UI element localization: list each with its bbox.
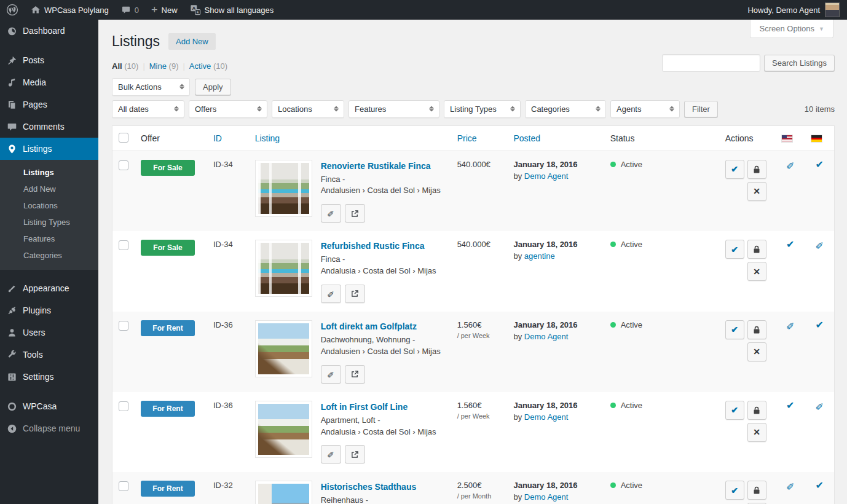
submenu-item-listings[interactable]: Listings bbox=[0, 164, 98, 181]
english-translation-icon[interactable]: ✎ bbox=[786, 160, 794, 170]
site-name-menu[interactable]: WPCasa Polylang bbox=[25, 0, 115, 20]
listing-title-link[interactable]: Loft direkt am Golfplatz bbox=[321, 321, 441, 331]
sidebar-item-listings[interactable]: Listings bbox=[0, 138, 98, 160]
row-checkbox[interactable] bbox=[119, 321, 128, 331]
view-listing-button[interactable] bbox=[345, 365, 365, 384]
listing-thumbnail[interactable] bbox=[255, 240, 312, 297]
sidebar-item-media[interactable]: Media bbox=[0, 71, 98, 93]
approve-action-button[interactable]: ✔ bbox=[725, 320, 744, 339]
approve-action-button[interactable]: ✔ bbox=[725, 160, 744, 179]
submenu-item-features[interactable]: Features bbox=[0, 230, 98, 247]
sidebar-item-posts[interactable]: Posts bbox=[0, 49, 98, 71]
comments-menu[interactable]: 0 bbox=[115, 0, 145, 20]
offer-badge[interactable]: For Rent bbox=[141, 481, 195, 497]
apply-button[interactable]: Apply bbox=[195, 79, 231, 95]
filter-agents-select[interactable]: Agents bbox=[610, 100, 680, 118]
search-input[interactable] bbox=[662, 54, 760, 72]
new-content-menu[interactable]: + New bbox=[145, 0, 184, 20]
lock-action-button[interactable] bbox=[747, 160, 766, 179]
submenu-item-locations[interactable]: Locations bbox=[0, 197, 98, 214]
listing-title-link[interactable]: Refurbished Rustic Finca bbox=[321, 241, 436, 251]
german-translation-icon[interactable]: ✎ bbox=[816, 240, 824, 250]
view-listing-button[interactable] bbox=[345, 445, 365, 463]
row-checkbox[interactable] bbox=[119, 481, 128, 491]
search-listings-button[interactable]: Search Listings bbox=[764, 55, 835, 71]
offer-badge[interactable]: For Rent bbox=[141, 320, 195, 336]
offer-badge[interactable]: For Sale bbox=[141, 240, 195, 256]
column-listing-sort[interactable]: Listing bbox=[255, 133, 280, 143]
listing-thumbnail[interactable] bbox=[255, 481, 312, 504]
sidebar-item-comments[interactable]: Comments bbox=[0, 116, 98, 138]
filter-all-dates-select[interactable]: All dates bbox=[112, 100, 184, 118]
sidebar-item-dashboard[interactable]: Dashboard bbox=[0, 20, 98, 42]
wordpress-logo-menu[interactable] bbox=[0, 0, 25, 20]
sidebar-item-settings[interactable]: Settings bbox=[0, 366, 98, 388]
lock-action-button[interactable] bbox=[747, 320, 766, 339]
filter-listing-types-select[interactable]: Listing Types bbox=[444, 100, 521, 118]
select-all-checkbox[interactable] bbox=[119, 133, 128, 143]
languages-menu[interactable]: A★ Show all languages bbox=[184, 0, 280, 20]
edit-listing-button[interactable]: ✎ bbox=[321, 285, 341, 303]
approve-action-button[interactable]: ✔ bbox=[725, 240, 744, 259]
author-link[interactable]: agentine bbox=[524, 251, 555, 261]
german-translation-icon[interactable]: ✔ bbox=[816, 160, 824, 170]
row-checkbox[interactable] bbox=[119, 240, 128, 250]
author-link[interactable]: Demo Agent bbox=[524, 412, 569, 422]
add-new-button[interactable]: Add New bbox=[168, 33, 216, 50]
account-menu[interactable]: Howdy, Demo Agent bbox=[740, 0, 847, 20]
edit-listing-button[interactable]: ✎ bbox=[321, 445, 341, 463]
column-price-sort[interactable]: Price bbox=[457, 133, 477, 143]
german-translation-icon[interactable]: ✔ bbox=[816, 481, 824, 490]
author-link[interactable]: Demo Agent bbox=[524, 492, 569, 502]
delete-action-button[interactable]: ✕ bbox=[747, 182, 766, 201]
sidebar-item-wpcasa[interactable]: WPCasa bbox=[0, 395, 98, 417]
filter-locations-select[interactable]: Locations bbox=[272, 100, 344, 118]
english-translation-icon[interactable]: ✔ bbox=[786, 401, 794, 411]
sidebar-item-collapse-menu[interactable]: Collapse menu bbox=[0, 417, 98, 439]
delete-action-button[interactable]: ✕ bbox=[747, 423, 766, 442]
english-translation-icon[interactable]: ✎ bbox=[786, 481, 794, 490]
filter-features-select[interactable]: Features bbox=[349, 100, 439, 118]
view-all-link[interactable]: All bbox=[112, 61, 122, 71]
sidebar-item-plugins[interactable]: Plugins bbox=[0, 299, 98, 321]
listing-title-link[interactable]: Historisches Stadthaus bbox=[321, 482, 445, 492]
english-translation-icon[interactable]: ✎ bbox=[786, 320, 794, 330]
submenu-item-listing-types[interactable]: Listing Types bbox=[0, 214, 98, 230]
screen-options-toggle[interactable]: Screen Options ▼ bbox=[750, 20, 833, 38]
bulk-actions-select[interactable]: Bulk Actions bbox=[112, 78, 190, 96]
offer-badge[interactable]: For Rent bbox=[141, 401, 195, 417]
listing-title-link[interactable]: Loft in First Golf Line bbox=[321, 402, 436, 412]
listing-thumbnail[interactable] bbox=[255, 320, 312, 377]
approve-action-button[interactable]: ✔ bbox=[725, 401, 744, 420]
row-checkbox[interactable] bbox=[119, 401, 128, 411]
submenu-item-add-new[interactable]: Add New bbox=[0, 181, 98, 197]
approve-action-button[interactable]: ✔ bbox=[725, 481, 744, 500]
english-translation-icon[interactable]: ✔ bbox=[786, 240, 794, 250]
listing-thumbnail[interactable] bbox=[255, 160, 312, 217]
view-listing-button[interactable] bbox=[345, 204, 365, 222]
edit-listing-button[interactable]: ✎ bbox=[321, 204, 341, 222]
listing-title-link[interactable]: Renovierte Rustikale Finca bbox=[321, 161, 441, 171]
delete-action-button[interactable]: ✕ bbox=[747, 342, 766, 361]
submenu-item-categories[interactable]: Categories bbox=[0, 247, 98, 264]
view-active-link[interactable]: Active bbox=[189, 61, 211, 71]
column-posted-sort[interactable]: Posted bbox=[513, 133, 540, 143]
listing-thumbnail[interactable] bbox=[255, 401, 312, 458]
sidebar-item-users[interactable]: Users bbox=[0, 321, 98, 344]
edit-listing-button[interactable]: ✎ bbox=[321, 365, 341, 384]
filter-button[interactable]: Filter bbox=[684, 101, 718, 117]
german-translation-icon[interactable]: ✔ bbox=[816, 320, 824, 330]
row-checkbox[interactable] bbox=[119, 160, 128, 170]
column-id-sort[interactable]: ID bbox=[213, 133, 222, 143]
delete-action-button[interactable]: ✕ bbox=[747, 262, 766, 281]
filter-offers-select[interactable]: Offers bbox=[189, 100, 267, 118]
lock-action-button[interactable] bbox=[747, 240, 766, 259]
view-listing-button[interactable] bbox=[345, 285, 365, 303]
filter-categories-select[interactable]: Categories bbox=[525, 100, 606, 118]
german-translation-icon[interactable]: ✎ bbox=[816, 401, 824, 411]
view-mine-link[interactable]: Mine bbox=[149, 61, 167, 71]
sidebar-item-pages[interactable]: Pages bbox=[0, 93, 98, 116]
lock-action-button[interactable] bbox=[747, 481, 766, 500]
author-link[interactable]: Demo Agent bbox=[524, 332, 569, 341]
offer-badge[interactable]: For Sale bbox=[141, 160, 195, 176]
